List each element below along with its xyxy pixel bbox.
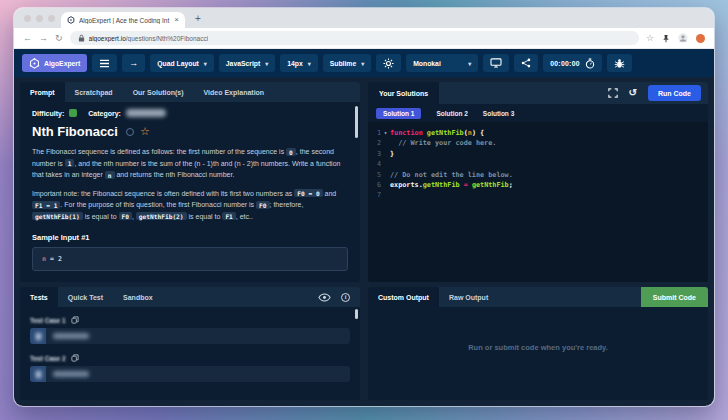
solution-tab-2[interactable]: Solution 2: [436, 110, 467, 117]
language-dropdown[interactable]: JavaScript ▾: [219, 54, 275, 72]
theme-dropdown[interactable]: Monokai ▾: [406, 54, 478, 72]
tab-video-explanation[interactable]: Video Explanation: [194, 82, 275, 102]
tests-panel: Tests Quick Test Sandbox i Test Case 1: [20, 287, 360, 400]
category-label: Category:: [88, 110, 121, 117]
question-title: Nth Fibonacci: [32, 124, 118, 139]
profile-avatar-icon[interactable]: [678, 33, 688, 43]
tab-raw-output[interactable]: Raw Output: [439, 287, 498, 307]
back-icon[interactable]: ←: [23, 34, 32, 43]
tests-scrollbar[interactable]: [355, 309, 358, 319]
difficulty-label: Difficulty:: [32, 110, 64, 117]
share-button[interactable]: [514, 54, 538, 72]
problem-paragraph-2: Important note: the Fibonacci sequence i…: [32, 188, 348, 223]
algoexpert-logo-button[interactable]: AlgoExpert: [22, 54, 87, 72]
inline-code-chip: getNthFib(2): [136, 212, 187, 220]
keybinding-dropdown-label: Sublime: [330, 60, 356, 67]
url-path: /questions/Nth%20Fibonacci: [126, 35, 208, 42]
font-size-dropdown[interactable]: 14px ▾: [280, 54, 318, 72]
completion-circle-icon[interactable]: [126, 128, 134, 136]
tab-sandbox[interactable]: Sandbox: [113, 287, 163, 307]
account-badge[interactable]: [696, 34, 705, 43]
bookmark-star-icon[interactable]: ☆: [646, 34, 654, 43]
chevron-down-icon: ▾: [265, 60, 268, 67]
test-case-1-row[interactable]: [30, 328, 350, 344]
run-code-button[interactable]: Run Code: [648, 85, 701, 101]
inline-code-chip: getNthFib(1): [32, 212, 83, 220]
timer-button[interactable]: 00:00:00: [543, 54, 602, 72]
test-case-2-value-redacted: [53, 371, 89, 377]
inline-code-chip: F0: [119, 212, 132, 220]
tab-our-solutions[interactable]: Our Solution(s): [123, 82, 194, 102]
keybinding-dropdown[interactable]: Sublime ▾: [323, 54, 371, 72]
tab-custom-output[interactable]: Custom Output: [368, 287, 439, 307]
reload-icon[interactable]: ↻: [55, 34, 63, 43]
minimize-window-button[interactable]: [36, 15, 43, 22]
inline-code-chip: n: [105, 171, 115, 179]
algoexpert-app: AlgoExpert → Quad Layout ▾ JavaScript ▾ …: [14, 49, 714, 406]
tab-quick-test[interactable]: Quick Test: [58, 287, 113, 307]
eye-icon[interactable]: [318, 293, 331, 302]
url-text: algoexpert.io/questions/Nth%20Fibonacci: [89, 35, 209, 42]
monitor-icon: [490, 58, 502, 68]
code-line: 7: [368, 190, 708, 200]
extensions-pin-icon[interactable]: [662, 34, 670, 43]
prompt-panel: Prompt Scratchpad Our Solution(s) Video …: [20, 82, 360, 282]
theme-dropdown-label: Monokai: [413, 60, 441, 67]
tests-panel-tabs: Tests Quick Test Sandbox i: [20, 287, 360, 307]
lock-icon: [78, 34, 85, 42]
layout-dropdown-label: Quad Layout: [157, 60, 199, 67]
sample-input-code: n = 2: [32, 247, 348, 271]
submit-code-button[interactable]: Submit Code: [641, 287, 708, 307]
copy-icon[interactable]: [71, 316, 79, 324]
reset-code-icon[interactable]: ↺: [629, 88, 637, 98]
sample-input-label: Sample Input #1: [32, 233, 348, 242]
code-line: 5// Do not edit the line below.: [368, 170, 708, 180]
address-bar[interactable]: algoexpert.io/questions/Nth%20Fibonacci: [70, 31, 639, 45]
prompt-scrollbar[interactable]: [355, 106, 358, 138]
tests-toolbar-icons: i: [318, 287, 360, 307]
output-panel-tabs: Custom Output Raw Output Submit Code: [368, 287, 708, 307]
copy-icon[interactable]: [71, 354, 79, 362]
close-tab-icon[interactable]: ×: [174, 16, 179, 24]
question-list-button[interactable]: [92, 54, 117, 72]
close-window-button[interactable]: [24, 15, 31, 22]
solutions-header: Your Solutions ↺ Run Code: [368, 82, 708, 104]
test-case-2-label: Test Case 2: [30, 355, 66, 362]
code-fold-icon[interactable]: ▾: [381, 128, 390, 138]
tab-your-solutions[interactable]: Your Solutions: [368, 82, 439, 104]
layout-dropdown[interactable]: Quad Layout ▾: [150, 54, 214, 72]
fullscreen-icon[interactable]: [608, 88, 618, 98]
tab-prompt[interactable]: Prompt: [20, 82, 65, 102]
favorite-star-icon[interactable]: ☆: [140, 126, 150, 137]
tab-scratchpad[interactable]: Scratchpad: [65, 82, 123, 102]
browser-tab-strip: AlgoExpert | Ace the Coding Int × +: [14, 8, 714, 28]
prompt-panel-tabs: Prompt Scratchpad Our Solution(s) Video …: [20, 82, 360, 102]
solution-tab-1[interactable]: Solution 1: [376, 108, 421, 119]
tab-tests[interactable]: Tests: [20, 287, 58, 307]
sun-icon: [383, 58, 394, 69]
code-editor[interactable]: 1▾function getNthFib(n) {2 // Write your…: [368, 122, 708, 282]
zoom-window-button[interactable]: [48, 15, 55, 22]
new-tab-button[interactable]: +: [195, 13, 201, 24]
solution-tabs: Solution 1 Solution 2 Solution 3: [368, 104, 708, 122]
timer-value: 00:00:00: [550, 60, 580, 67]
output-empty-message: Run or submit code when you're ready.: [468, 343, 608, 352]
browser-tab[interactable]: AlgoExpert | Ace the Coding Int ×: [61, 12, 185, 28]
forward-icon[interactable]: →: [39, 34, 48, 43]
presentation-mode-button[interactable]: [483, 54, 509, 72]
solution-tab-3[interactable]: Solution 3: [483, 110, 514, 117]
test-case-1-input-badge: [30, 328, 46, 344]
bug-icon: [614, 58, 625, 69]
next-question-button[interactable]: →: [122, 54, 145, 72]
test-case-2-header: Test Case 2: [30, 354, 350, 362]
brightness-toggle-button[interactable]: [376, 54, 401, 72]
test-case-1-value-redacted: [53, 333, 89, 339]
inline-code-chip: F0: [256, 201, 269, 209]
category-value-redacted: [126, 109, 166, 117]
inline-code-chip: 1: [65, 159, 75, 167]
inline-code-chip: F0 = 0: [294, 189, 322, 197]
info-icon[interactable]: i: [341, 293, 350, 302]
test-case-2-row[interactable]: [30, 366, 350, 382]
output-panel: Custom Output Raw Output Submit Code Run…: [368, 287, 708, 400]
report-bug-button[interactable]: [607, 54, 632, 72]
